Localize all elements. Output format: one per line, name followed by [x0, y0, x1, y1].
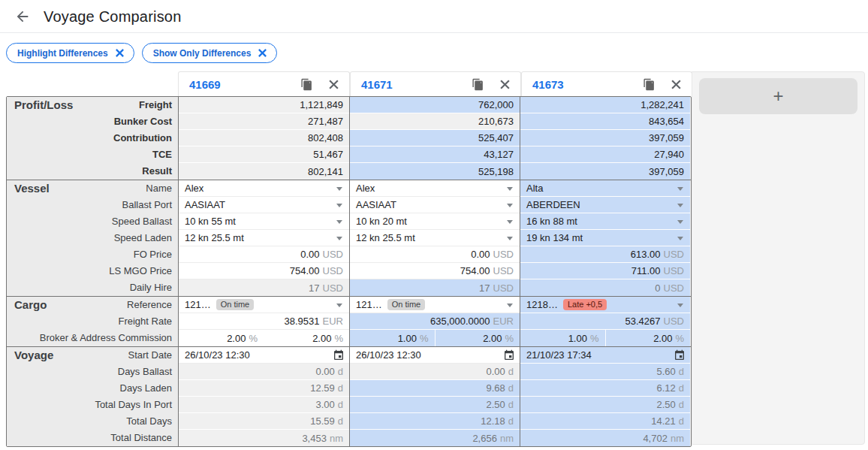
table-cell[interactable]: AASIAAT [350, 197, 520, 213]
cell-value: 525,407 [478, 132, 514, 143]
chip-close-icon[interactable] [258, 48, 267, 58]
add-voyage-button[interactable]: + [699, 78, 857, 114]
table-cell[interactable]: 26/10/23 12:30 [179, 347, 349, 364]
table-cell: 12.18d [350, 413, 520, 430]
cell-unit: nm [330, 433, 343, 444]
remove-voyage-button[interactable] [496, 76, 513, 92]
row-label-total-distance: Total Distance [7, 430, 178, 446]
cell-value: 2.00 [312, 333, 331, 344]
voyage-column-41669: 26/10/23 12:300.00d12.59d3.00d15.59d3,45… [178, 347, 349, 446]
chip-close-icon[interactable] [115, 48, 125, 58]
commission-sub-cell[interactable]: 1.00% [350, 330, 435, 346]
table-cell[interactable]: Alta [520, 180, 690, 197]
table-cell[interactable]: Alex [350, 180, 520, 197]
voyage-number-link[interactable]: 41669 [179, 78, 298, 91]
table-cell[interactable]: 635,000.0000EUR [350, 313, 520, 330]
cell-value: 1218… [526, 299, 558, 310]
dropdown-caret-icon [336, 187, 342, 191]
remove-voyage-button[interactable] [668, 76, 684, 92]
dropdown-caret-icon [507, 204, 513, 207]
cell-value: 4,702 [643, 433, 668, 444]
cell-value: 754.00 [290, 265, 320, 276]
table-cell: 802,141 [179, 163, 349, 180]
table-cell[interactable]: 19 kn 134 mt [520, 230, 690, 246]
table-cell[interactable]: ABERDEEN [520, 197, 690, 213]
cell-value: 12 kn 25.5 mt [356, 232, 415, 243]
cell-value: Alex [356, 183, 375, 194]
back-arrow-icon [14, 8, 31, 25]
copy-voyage-button[interactable] [640, 76, 657, 92]
remove-voyage-button[interactable] [325, 76, 342, 92]
table-cell[interactable]: 0.00USD [179, 246, 349, 263]
copy-voyage-button[interactable] [298, 76, 315, 92]
section-profit-loss: Profit/LossFreightBunker CostContributio… [7, 97, 691, 180]
voyage-number-link[interactable]: 41673 [522, 78, 640, 91]
close-icon [328, 79, 339, 90]
table-cell[interactable]: 12 kn 25.5 mt [350, 230, 520, 246]
section-title: Profit/Loss [14, 98, 73, 111]
table-cell[interactable]: 16 kn 88 mt [520, 213, 690, 230]
table-cell[interactable]: 613.00USD [520, 246, 690, 263]
voyage-number-link[interactable]: 41671 [351, 78, 469, 91]
table-cell[interactable]: 53.4267USD [520, 313, 690, 330]
table-cell[interactable]: 1218…Late +0,5 [520, 297, 690, 313]
cell-value: 3.00 [315, 399, 334, 410]
cell-value: 0.00 [486, 366, 505, 377]
table-cell[interactable]: 711.00USD [520, 263, 690, 279]
page-title: Voyage Comparison [44, 8, 182, 26]
back-button[interactable] [14, 8, 32, 26]
section-title: Cargo [14, 298, 47, 311]
row-label-column: CargoReferenceFreight RateBroker & Addre… [7, 297, 178, 346]
table-cell[interactable]: 10 kn 20 mt [350, 213, 520, 230]
table-cell[interactable]: 1.00%2.00% [520, 330, 690, 346]
cell-value: 802,141 [308, 166, 343, 177]
calendar-icon [674, 349, 686, 361]
dropdown-caret-icon [677, 187, 683, 191]
table-cell[interactable]: Alex [179, 180, 349, 197]
commission-sub-cell[interactable]: 2.00% [435, 330, 520, 346]
table-cell[interactable]: 121…On time [350, 297, 520, 313]
commission-sub-cell[interactable]: 2.00% [605, 330, 691, 346]
table-cell: 12.59d [179, 380, 349, 397]
table-cell[interactable]: 754.00USD [350, 263, 520, 279]
table-cell: 0.00d [179, 364, 349, 380]
voyage-column-41669: AlexAASIAAT10 kn 55 mt12 kn 25.5 mt0.00U… [178, 180, 349, 296]
table-cell: 397,059 [520, 130, 690, 146]
chip-highlight-differences[interactable]: Highlight Differences [6, 43, 134, 63]
table-cell: 1,282,241 [520, 97, 690, 113]
cell-unit: d [679, 399, 684, 410]
dropdown-caret-icon [677, 237, 683, 240]
table-cell[interactable]: 121…On time [179, 297, 349, 313]
cell-unit: d [679, 366, 684, 377]
cell-value: 2.00 [483, 333, 502, 344]
calendar-icon [333, 349, 345, 361]
table-cell[interactable]: 21/10/23 17:34 [520, 347, 690, 364]
voyage-column-41671: 121…On time635,000.0000EUR1.00%2.00% [349, 297, 520, 346]
table-cell[interactable]: 0.00USD [350, 246, 520, 263]
table-cell[interactable]: 2.00%2.00% [179, 330, 349, 346]
copy-voyage-button[interactable] [469, 76, 486, 92]
cell-unit: EUR [323, 316, 343, 327]
table-cell[interactable]: 26/10/23 12:30 [350, 347, 520, 364]
table-cell[interactable]: 38.9531EUR [179, 313, 349, 330]
table-cell[interactable]: AASIAAT [179, 197, 349, 213]
cell-value: Alex [185, 183, 203, 194]
row-label-column: VesselNameBallast PortSpeed BallastSpeed… [7, 180, 178, 296]
commission-sub-cell[interactable]: 1.00% [520, 330, 605, 346]
row-label-tce: TCE [7, 146, 178, 163]
commission-sub-cell[interactable]: 2.00% [264, 330, 349, 346]
commission-sub-cell[interactable]: 2.00% [179, 330, 264, 346]
table-cell[interactable]: 1.00%2.00% [350, 330, 520, 346]
cell-value: 14.21 [651, 415, 676, 427]
cell-value: 51,467 [313, 149, 343, 160]
cell-value: 2.50 [486, 399, 505, 410]
table-cell[interactable]: 754.00USD [179, 263, 349, 279]
dropdown-caret-icon [336, 220, 342, 224]
section-title: Voyage [14, 349, 53, 361]
table-cell[interactable]: 10 kn 55 mt [179, 213, 349, 230]
table-cell: 271,487 [179, 113, 349, 130]
cell-value: 15.59 [310, 415, 335, 427]
chip-show-only-differences[interactable]: Show Only Differences [142, 43, 278, 63]
table-cell: 802,408 [179, 130, 349, 146]
table-cell[interactable]: 12 kn 25.5 mt [179, 230, 349, 246]
